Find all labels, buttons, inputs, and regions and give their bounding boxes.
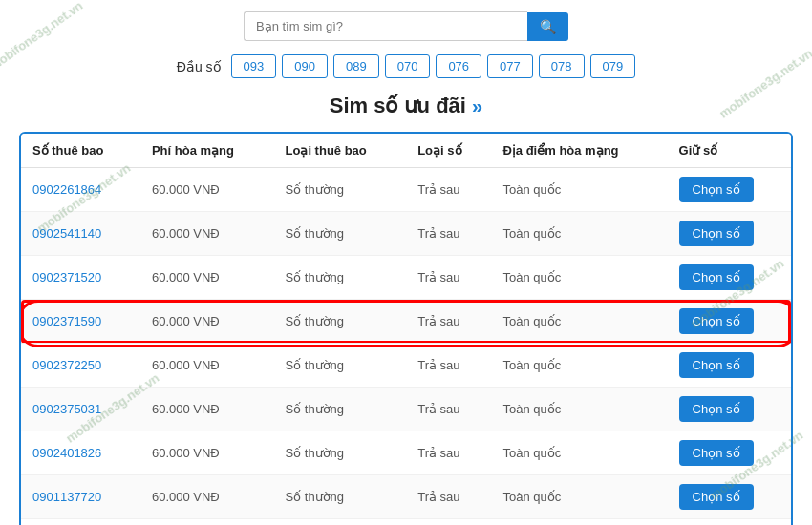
cell-fee: 60.000 VNĐ	[140, 344, 274, 388]
cell-fee: 60.000 VNĐ	[140, 212, 274, 256]
choose-button[interactable]: Chọn số	[679, 220, 754, 246]
sim-table-wrapper: Số thuê bao Phí hòa mạng Loại thuê bao L…	[19, 132, 793, 525]
cell-kind: Trả sau	[406, 168, 491, 212]
cell-location: Toàn quốc	[491, 431, 667, 475]
search-icon: 🔍	[540, 19, 556, 34]
choose-button[interactable]: Chọn số	[679, 352, 754, 378]
phone-link[interactable]: 0902372250	[32, 358, 101, 372]
table-row: 0902401826 60.000 VNĐ Số thường Trả sau …	[21, 431, 791, 475]
section-title: Sim số ưu đãi »	[0, 86, 812, 132]
cell-phone: 0902541140	[21, 212, 140, 256]
cell-type: Số thường	[274, 475, 407, 519]
cell-phone: 0901137720	[21, 475, 140, 519]
col-phone: Số thuê bao	[21, 134, 140, 168]
cell-phone: 0902371590	[21, 300, 140, 344]
cell-type: Số thường	[274, 344, 407, 388]
cell-location: Toàn quốc	[491, 475, 667, 519]
cell-location: Toàn quốc	[491, 256, 667, 300]
cell-action: Chọn số	[668, 344, 791, 388]
cell-phone: 0902261864	[21, 168, 140, 212]
cell-location: Toàn quốc	[491, 212, 667, 256]
cell-location: Toàn quốc	[491, 388, 667, 431]
cell-action: Chọn số	[668, 168, 791, 212]
phone-link[interactable]: 0902541140	[32, 226, 101, 241]
search-button[interactable]: 🔍	[527, 12, 568, 41]
cell-location: Toàn quốc	[491, 168, 667, 212]
phone-link[interactable]: 0901137720	[32, 490, 101, 504]
prefix-090[interactable]: 090	[282, 54, 328, 78]
cell-type: Số thường	[274, 519, 407, 526]
prefix-070[interactable]: 070	[385, 54, 431, 78]
phone-link[interactable]: 0902371590	[32, 314, 101, 328]
choose-button[interactable]: Chọn số	[679, 396, 754, 422]
cell-type: Số thường	[274, 212, 407, 256]
cell-kind: Trả sau	[406, 388, 491, 431]
cell-fee: 60.000 VNĐ	[140, 475, 274, 519]
cell-action: Chọn số	[668, 300, 791, 344]
table-row: 0902371520 60.000 VNĐ Số thường Trả sau …	[21, 256, 791, 300]
cell-fee: 60.000 VNĐ	[140, 300, 274, 344]
cell-action: Chọn số	[668, 212, 791, 256]
cell-type: Số thường	[274, 388, 407, 431]
table-header-row: Số thuê bao Phí hòa mạng Loại thuê bao L…	[21, 134, 791, 168]
phone-link[interactable]: 0902371520	[32, 270, 101, 284]
cell-action: Chọn số	[668, 431, 791, 475]
page-wrapper: mobifone3g.net.vn mobifone3g.net.vn mobi…	[0, 0, 812, 525]
cell-fee: 60.000 VNĐ	[140, 431, 274, 475]
choose-button[interactable]: Chọn số	[679, 177, 754, 202]
cell-kind: Trả sau	[406, 344, 491, 388]
cell-phone: 0901171329	[21, 519, 140, 526]
choose-button[interactable]: Chọn số	[679, 484, 754, 510]
cell-phone: 0902372250	[21, 344, 140, 388]
cell-kind: Trả sau	[406, 300, 491, 344]
cell-phone: 0902371520	[21, 256, 140, 300]
cell-kind: Trả sau	[406, 212, 491, 256]
cell-type: Số thường	[274, 256, 407, 300]
cell-location: Toàn quốc	[491, 519, 667, 526]
table-row: 0902372250 60.000 VNĐ Số thường Trả sau …	[21, 344, 791, 388]
choose-button[interactable]: Chọn số	[679, 264, 754, 290]
cell-phone: 0902375031	[21, 388, 140, 431]
prefix-078[interactable]: 078	[539, 54, 585, 78]
col-kind: Loại số	[406, 134, 491, 168]
choose-button[interactable]: Chọn số	[679, 440, 754, 466]
prefix-079[interactable]: 079	[590, 54, 636, 78]
cell-phone: 0902401826	[21, 431, 140, 475]
prefix-label: Đầu số	[177, 59, 222, 74]
phone-link[interactable]: 0902261864	[32, 182, 101, 197]
phone-link[interactable]: 0902401826	[32, 446, 101, 460]
cell-kind: Trả sau	[406, 475, 491, 519]
col-location: Địa điểm hòa mạng	[491, 134, 667, 168]
sim-table: Số thuê bao Phí hòa mạng Loại thuê bao L…	[21, 134, 791, 525]
table-row: 0901171329 60.000 VNĐ Số thường Trả sau …	[21, 519, 791, 526]
prefix-076[interactable]: 076	[436, 54, 481, 78]
cell-fee: 60.000 VNĐ	[140, 388, 274, 431]
cell-action: Chọn số	[668, 519, 791, 526]
cell-action: Chọn số	[668, 475, 791, 519]
prefix-093[interactable]: 093	[231, 54, 277, 78]
phone-link[interactable]: 0902375031	[32, 402, 101, 416]
cell-kind: Trả sau	[406, 519, 491, 526]
search-input[interactable]	[244, 11, 527, 41]
cell-fee: 60.000 VNĐ	[140, 519, 274, 526]
choose-button[interactable]: Chọn số	[679, 308, 754, 334]
prefix-077[interactable]: 077	[487, 54, 533, 78]
prefix-row: Đầu số 093 090 089 070 076 077 078 079	[0, 51, 812, 86]
cell-location: Toàn quốc	[491, 300, 667, 344]
cell-action: Chọn số	[668, 256, 791, 300]
cell-kind: Trả sau	[406, 431, 491, 475]
col-type: Loại thuê bao	[274, 134, 407, 168]
title-arrow: »	[472, 95, 482, 116]
table-row: 0902371590 60.000 VNĐ Số thường Trả sau …	[21, 300, 791, 344]
col-action: Giữ số	[668, 134, 791, 168]
cell-type: Số thường	[274, 300, 407, 344]
cell-action: Chọn số	[668, 388, 791, 431]
cell-kind: Trả sau	[406, 256, 491, 300]
table-row: 0901137720 60.000 VNĐ Số thường Trả sau …	[21, 475, 791, 519]
search-box: 🔍	[244, 11, 568, 41]
cell-type: Số thường	[274, 168, 407, 212]
search-section: 🔍	[0, 0, 812, 51]
table-row: 0902375031 60.000 VNĐ Số thường Trả sau …	[21, 388, 791, 431]
prefix-089[interactable]: 089	[333, 54, 379, 78]
table-row: 0902261864 60.000 VNĐ Số thường Trả sau …	[21, 168, 791, 212]
